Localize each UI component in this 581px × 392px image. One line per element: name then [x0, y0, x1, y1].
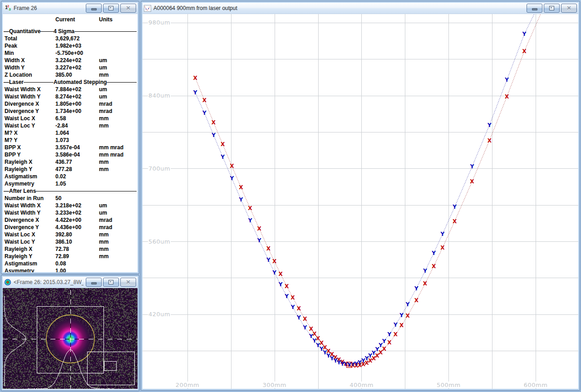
- close-button[interactable]: ✕: [561, 4, 577, 13]
- results-window-title: Frame 26: [14, 5, 84, 11]
- result-units: mrad: [99, 217, 137, 223]
- data-point-x: X: [290, 294, 295, 301]
- result-units: mrad: [99, 224, 137, 230]
- numbers-123-icon: 123: [4, 5, 11, 12]
- result-row: Waist Loc Y-2.84mm: [4, 122, 137, 129]
- result-row: Asymmetry1.05: [4, 180, 137, 187]
- minimize-icon: [532, 8, 537, 10]
- result-name: Asymmetry: [4, 268, 55, 272]
- restore-button[interactable]: [544, 4, 560, 13]
- results-table: Current Units —Quantitative4 SigmaTotal3…: [3, 14, 138, 272]
- data-point-x: X: [505, 93, 509, 100]
- data-point-y: Y: [239, 196, 243, 203]
- y-axis-tick-label: 420um: [148, 311, 170, 318]
- result-name: Waist Width X: [4, 202, 55, 209]
- result-value: 4.436e+00: [55, 224, 99, 230]
- x-axis-tick-label: 200mm: [176, 382, 200, 388]
- result-row: Divergence X1.805e+00mrad: [4, 100, 137, 108]
- column-header-units: Units: [99, 16, 137, 23]
- result-value: 7.884e+02: [55, 86, 99, 93]
- result-row: Waist Width Y8.274e+02um: [4, 93, 137, 100]
- result-row: Astigmatism0.02: [4, 173, 137, 180]
- data-point-y: Y: [284, 293, 289, 299]
- result-value: 3.233e+02: [55, 210, 99, 216]
- data-point-x: X: [297, 305, 301, 312]
- data-point-x: X: [423, 280, 428, 287]
- result-value: 3.227e+02: [55, 64, 99, 71]
- result-value: 3.224e+02: [55, 57, 99, 64]
- data-point-y: Y: [266, 257, 271, 263]
- result-name: Divergence X: [4, 101, 55, 107]
- data-point-y: Y: [211, 132, 216, 138]
- data-point-y: Y: [399, 312, 404, 318]
- data-point-x: X: [440, 245, 445, 251]
- x-axis-tick-label: 600mm: [524, 382, 548, 388]
- data-point-y: Y: [470, 163, 474, 170]
- result-units: um: [99, 64, 137, 71]
- close-button[interactable]: ✕: [120, 278, 136, 287]
- result-units: mm: [99, 166, 137, 172]
- result-name: Rayleigh X: [4, 159, 55, 165]
- minimize-button[interactable]: [86, 4, 102, 13]
- result-value: 3.557e-04: [55, 144, 99, 151]
- results-window: 123 Frame 26 ✕ Current Units —Quantitati…: [1, 1, 139, 274]
- data-point-y: Y: [278, 281, 283, 288]
- data-point-x: X: [382, 346, 387, 352]
- close-button[interactable]: ✕: [120, 4, 136, 13]
- result-name: Divergence X: [4, 217, 55, 223]
- data-point-x: X: [405, 313, 410, 319]
- y-axis-tick-label: 560um: [148, 238, 170, 245]
- result-row: Waist Loc Y386.10mm: [4, 238, 137, 245]
- data-point-y: Y: [290, 304, 295, 310]
- result-value: 4.422e+00: [55, 217, 99, 223]
- result-row: BPP Y3.586e-04mm mrad: [4, 151, 137, 158]
- y-axis-tick-label: 980um: [148, 19, 170, 26]
- data-point-y: Y: [387, 331, 392, 338]
- data-point-y: Y: [440, 231, 444, 237]
- mdi-workspace: 123 Frame 26 ✕ Current Units —Quantitati…: [0, 0, 581, 392]
- data-point-x: X: [522, 48, 527, 54]
- result-row: Z Location385.00mm: [4, 71, 137, 78]
- plot-titlebar[interactable]: A000064 900mm from laser output ✕: [143, 3, 578, 14]
- close-icon: ✕: [126, 279, 130, 285]
- beam-window-title: <Frame 26: 2015.03.27_8W_1...: [14, 279, 84, 285]
- data-point-x: X: [414, 297, 419, 304]
- data-point-y: Y: [414, 285, 419, 292]
- restore-button[interactable]: [103, 278, 119, 287]
- data-point-x: X: [432, 263, 436, 270]
- data-point-x: X: [221, 141, 225, 147]
- result-value: 1.734e+00: [55, 108, 99, 114]
- result-row: M? X1.064: [4, 129, 137, 137]
- minimize-button[interactable]: [86, 278, 102, 287]
- result-row: Peak1.982e+03: [4, 42, 137, 49]
- data-point-x: X: [470, 178, 474, 185]
- result-name: Waist Loc Y: [4, 122, 55, 129]
- beam-window: <Frame 26: 2015.03.27_8W_1... ✕: [1, 275, 139, 391]
- data-point-x: X: [278, 271, 283, 277]
- result-name: Waist Width Y: [4, 93, 55, 100]
- caustic-chart: XXXXXXXXXXXXXXXXXXXXXXXXXXXXXXXXXXXXXXXX…: [143, 14, 578, 389]
- result-units: mm: [99, 231, 137, 238]
- result-row: Divergence X4.422e+00mrad: [4, 216, 137, 224]
- result-value: 3.218e+02: [55, 202, 99, 209]
- column-header-current: Current: [55, 16, 99, 23]
- restore-button[interactable]: [103, 4, 119, 13]
- y-axis-tick-label: 840um: [148, 92, 170, 99]
- result-units: mm: [99, 72, 137, 78]
- result-row: M? Y1.073: [4, 137, 137, 144]
- beam-titlebar[interactable]: <Frame 26: 2015.03.27_8W_1... ✕: [3, 277, 138, 288]
- minimize-button[interactable]: [527, 4, 542, 13]
- data-point-y: Y: [405, 301, 410, 308]
- result-value: 1.805e+00: [55, 101, 99, 107]
- result-units: um: [99, 93, 137, 100]
- result-value: 1.982e+03: [55, 43, 99, 49]
- result-name: Rayleigh X: [4, 246, 55, 252]
- result-row: Rayleigh Y477.28mm: [4, 166, 137, 173]
- data-point-y: Y: [257, 237, 261, 244]
- x-axis-tick-label: 400mm: [350, 382, 374, 388]
- result-row: Divergence Y4.436e+00mrad: [4, 224, 137, 231]
- result-value: 385.00: [55, 72, 99, 78]
- caustic-curve-icon: [144, 5, 151, 12]
- result-row: Number in Run50: [4, 195, 137, 202]
- results-titlebar[interactable]: 123 Frame 26 ✕: [3, 3, 138, 14]
